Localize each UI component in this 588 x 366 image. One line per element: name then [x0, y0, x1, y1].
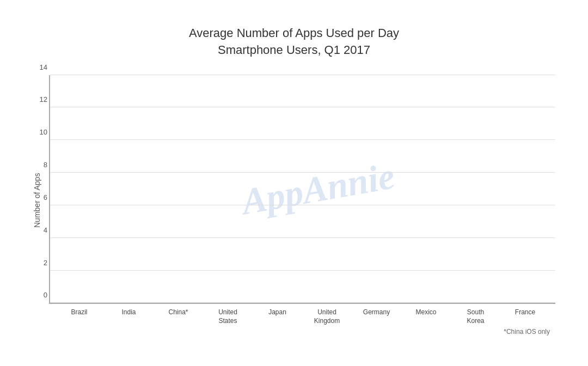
x-axis-label: China*: [154, 308, 203, 325]
y-axis-tick-label: 8: [34, 161, 47, 169]
y-axis-tick-label: 6: [34, 193, 47, 201]
grid-and-bars: AppAnnie 02468101214: [49, 75, 555, 304]
y-axis-tick-label: 0: [34, 291, 47, 299]
bars-row: [50, 75, 555, 303]
x-axis-label: Germany: [352, 308, 401, 325]
x-axis-label: India: [104, 308, 154, 325]
x-axis-label: UnitedStates: [203, 308, 253, 325]
x-axis-label: Japan: [253, 308, 302, 325]
x-axis-label: Mexico: [401, 308, 451, 325]
chart-inner: AppAnnie 02468101214 BrazilIndiaChina*Un…: [49, 75, 555, 326]
y-axis-tick-label: 12: [34, 95, 47, 103]
chart-title: Average Number of Apps Used per Day Smar…: [33, 25, 555, 59]
x-axis-label: SouthKorea: [451, 308, 500, 325]
x-axis-label: France: [500, 308, 550, 325]
y-axis-tick-label: 14: [34, 63, 47, 71]
chart-container: Average Number of Apps Used per Day Smar…: [22, 14, 566, 352]
x-axis-label: UnitedKingdom: [302, 308, 352, 325]
x-axis-label: Brazil: [54, 308, 104, 325]
y-axis-tick-label: 2: [34, 258, 47, 266]
y-axis-tick-label: 10: [34, 128, 47, 136]
footnote: *China iOS only: [33, 328, 555, 335]
chart-area: Number of Apps AppAnnie 02468101214 Braz…: [33, 75, 555, 326]
y-axis-tick-label: 4: [34, 225, 47, 234]
x-labels-row: BrazilIndiaChina*UnitedStatesJapanUnited…: [49, 304, 555, 325]
